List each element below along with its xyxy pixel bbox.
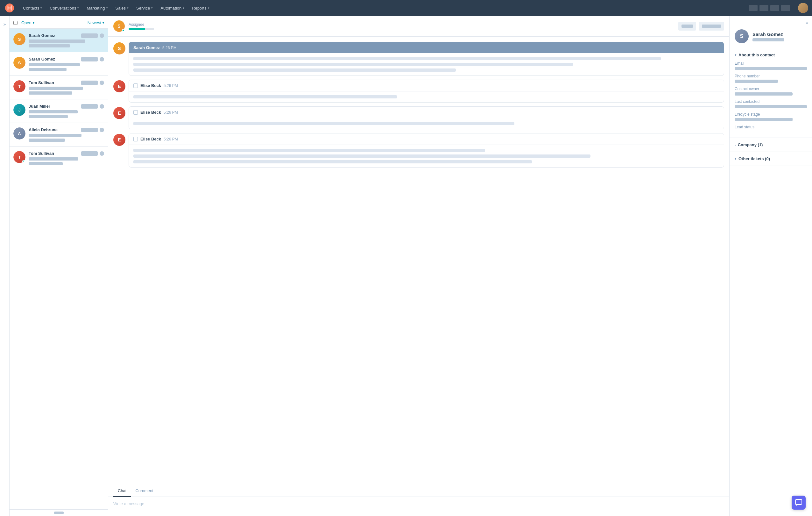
nav-reports[interactable]: Reports ▾ bbox=[189, 4, 213, 12]
conv-list-header: Open ▾ Newest ▾ bbox=[9, 16, 108, 29]
tab-comment[interactable]: Comment bbox=[131, 485, 157, 497]
conv-time-1 bbox=[81, 57, 98, 61]
conv-time-5 bbox=[81, 151, 98, 156]
conv-avatar-img-0: S bbox=[13, 33, 26, 45]
reports-chevron-icon: ▾ bbox=[208, 6, 209, 9]
msg-line-0-2 bbox=[134, 69, 456, 72]
right-panel-toggle: » bbox=[730, 16, 812, 26]
chat-input-area: Chat Comment Write a message bbox=[108, 485, 729, 516]
sidebar-toggle[interactable]: » bbox=[0, 16, 9, 516]
nav-action-btn-4[interactable] bbox=[781, 5, 790, 11]
msg-row-1: E Elise Beck 5:26 PM bbox=[113, 80, 724, 103]
msg-line-0-1 bbox=[134, 63, 573, 66]
conv-name-5: Tom Sullivan bbox=[29, 151, 54, 156]
about-section-title-row[interactable]: ▾ About this contact bbox=[735, 53, 807, 57]
chat-messages: S Sarah Gomez 5:26 PM E bbox=[108, 37, 729, 485]
field-email-value bbox=[735, 67, 807, 70]
conversations-chevron-icon: ▾ bbox=[77, 6, 79, 9]
chat-assignee-avatar: S bbox=[113, 20, 125, 32]
tab-chat[interactable]: Chat bbox=[113, 485, 131, 497]
nav-action-btn-1[interactable] bbox=[749, 5, 758, 11]
about-chevron-icon: ▾ bbox=[735, 53, 736, 57]
conv-item-4[interactable]: A Alicia Debrune bbox=[9, 123, 108, 146]
conv-avatar-5: T bbox=[13, 151, 26, 163]
filter-newest-btn[interactable]: Newest ▾ bbox=[88, 20, 104, 25]
conv-dot-3 bbox=[99, 104, 104, 109]
nav-action-btn-3[interactable] bbox=[770, 5, 779, 11]
user-avatar[interactable] bbox=[798, 3, 808, 13]
msg-time-0: 5:26 PM bbox=[162, 46, 177, 50]
conv-preview-sub-5 bbox=[29, 162, 63, 165]
conv-dot-4 bbox=[99, 128, 104, 132]
conv-info-0: Sarah Gomez bbox=[29, 33, 104, 48]
company-section[interactable]: › Company (1) bbox=[730, 138, 812, 152]
conv-name-3: Juan Miller bbox=[29, 104, 50, 109]
conv-preview-5 bbox=[29, 157, 78, 161]
tickets-section-title: Other tickets (0) bbox=[738, 156, 770, 161]
field-lifecycle-label: Lifecycle stage bbox=[735, 112, 807, 116]
filter-open-btn[interactable]: Open ▾ bbox=[21, 20, 34, 25]
nav-contacts[interactable]: Contacts ▾ bbox=[20, 4, 45, 12]
conversation-list: Open ▾ Newest ▾ S Sarah Gomez bbox=[9, 16, 108, 516]
contact-name: Sarah Gomez bbox=[752, 31, 784, 37]
conv-avatar-img-1: S bbox=[13, 57, 26, 69]
conv-dot-0 bbox=[99, 33, 104, 38]
conv-info-3: Juan Miller bbox=[29, 104, 104, 118]
msg-avatar-2: E bbox=[113, 107, 125, 119]
nav-automation[interactable]: Automation ▾ bbox=[157, 4, 187, 12]
chat-action-btn-1[interactable] bbox=[678, 22, 696, 31]
msg-row-2: E Elise Beck 5:26 PM bbox=[113, 106, 724, 129]
conv-item-3[interactable]: J Juan Miller bbox=[9, 99, 108, 123]
list-bottom-bar bbox=[9, 509, 108, 516]
conv-item-5[interactable]: T Tom Sullivan bbox=[9, 146, 108, 170]
conv-name-1: Sarah Gomez bbox=[29, 57, 55, 61]
conv-time-3 bbox=[81, 104, 98, 109]
nav-marketing[interactable]: Marketing ▾ bbox=[83, 4, 111, 12]
top-navigation: Contacts ▾ Conversations ▾ Marketing ▾ S… bbox=[0, 0, 812, 16]
nav-sales[interactable]: Sales ▾ bbox=[112, 4, 132, 12]
conv-avatar-img-2: T bbox=[13, 80, 26, 92]
hubspot-logo[interactable] bbox=[4, 2, 15, 14]
msg-line-3-0 bbox=[134, 149, 485, 152]
conv-item-0[interactable]: S Sarah Gomez bbox=[9, 29, 108, 52]
msg-body-0 bbox=[129, 53, 724, 76]
msg-row-3: E Elise Beck 5:26 PM bbox=[113, 133, 724, 167]
select-all-checkbox[interactable] bbox=[13, 21, 18, 25]
field-phone-value bbox=[735, 80, 778, 83]
conv-list-items: S Sarah Gomez bbox=[9, 29, 108, 509]
msg-time-2: 5:26 PM bbox=[164, 110, 178, 115]
main-layout: » Open ▾ Newest ▾ S bbox=[0, 16, 812, 516]
msg-line-0-0 bbox=[134, 57, 661, 60]
about-section: ▾ About this contact Email Phone number … bbox=[730, 48, 812, 138]
msg-checkbox-3[interactable] bbox=[134, 137, 138, 141]
nav-conversations[interactable]: Conversations ▾ bbox=[47, 4, 82, 12]
msg-checkbox-2[interactable] bbox=[134, 110, 138, 115]
msg-bubble-0: Sarah Gomez 5:26 PM bbox=[128, 42, 724, 76]
conv-info-5: Tom Sullivan bbox=[29, 151, 104, 165]
msg-sender-3: Elise Beck bbox=[140, 137, 161, 141]
chat-message-input[interactable]: Write a message bbox=[108, 497, 729, 516]
nav-action-btn-2[interactable] bbox=[759, 5, 768, 11]
msg-checkbox-1[interactable] bbox=[134, 83, 138, 88]
msg-avatar-3: E bbox=[113, 134, 125, 146]
conv-item-1[interactable]: S Sarah Gomez bbox=[9, 52, 108, 76]
msg-body-2 bbox=[129, 118, 724, 129]
right-panel-collapse-icon[interactable]: » bbox=[806, 20, 808, 26]
field-lead-status-label: Lead status bbox=[735, 125, 807, 129]
conv-name-0: Sarah Gomez bbox=[29, 33, 55, 38]
marketing-chevron-icon: ▾ bbox=[106, 6, 108, 9]
conv-preview-4 bbox=[29, 134, 82, 137]
conv-avatar-img-4: A bbox=[13, 128, 26, 139]
msg-header-2: Elise Beck 5:26 PM bbox=[129, 107, 724, 118]
chat-action-btn-2[interactable] bbox=[699, 22, 724, 31]
chat-header: S Assignee bbox=[108, 16, 729, 37]
assignee-online-dot bbox=[122, 29, 125, 32]
msg-header-0: Sarah Gomez 5:26 PM bbox=[129, 42, 724, 53]
conv-preview-sub-1 bbox=[29, 68, 66, 71]
float-chat-button[interactable] bbox=[792, 496, 806, 510]
tickets-section[interactable]: ▾ Other tickets (0) bbox=[730, 152, 812, 166]
nav-service[interactable]: Service ▾ bbox=[133, 4, 156, 12]
field-last-contacted: Last contacted bbox=[735, 99, 807, 108]
conv-item-2[interactable]: T Tom Sullivan bbox=[9, 76, 108, 99]
msg-body-3 bbox=[129, 145, 724, 167]
